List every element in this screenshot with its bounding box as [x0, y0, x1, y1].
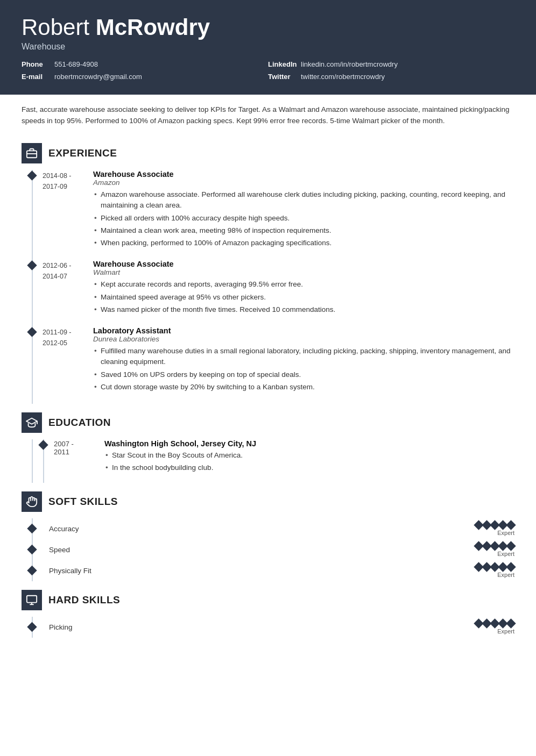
edu-details: Washington High School, Jersey City, NJ …	[98, 439, 514, 475]
phone-row: Phone 551-689-4908	[22, 60, 268, 68]
skill-name: Accuracy	[33, 525, 475, 533]
soft-skills-header: SOFT SKILLS	[22, 491, 514, 512]
hard-skills-section: HARD SKILLS Picking Expert	[22, 590, 514, 638]
summary-section: Fast, accurate warehouse associate seeki…	[0, 95, 536, 134]
hard-skills-icon	[22, 590, 42, 610]
hard-skills-list: Picking Expert	[22, 617, 514, 638]
phone-label: Phone	[22, 60, 51, 68]
bullet: Saved 10% on UPS orders by keeping on to…	[93, 369, 514, 380]
svg-rect-3	[27, 595, 37, 602]
diamond-icon	[506, 562, 516, 572]
last-name: McRowdry	[96, 15, 210, 40]
bullet: Cut down storage waste by 20% by switchi…	[93, 382, 514, 393]
summary-text: Fast, accurate warehouse associate seeki…	[22, 104, 514, 127]
edu-date-range: 2007 - 2011	[44, 439, 98, 475]
job-details: Laboratory Assistant Dunrea Laboratories…	[87, 326, 514, 394]
skill-rating: Expert	[475, 620, 514, 634]
education-timeline: 2007 - 2011 Washington High School, Jers…	[32, 439, 514, 483]
skill-level: Expert	[497, 628, 514, 634]
experience-header: EXPERIENCE	[22, 143, 514, 163]
skill-level: Expert	[497, 551, 514, 557]
soft-skills-title: SOFT SKILLS	[48, 496, 118, 508]
bullet: When packing, performed to 100% of Amazo…	[93, 238, 514, 248]
skill-rating: Expert	[475, 543, 514, 557]
main-content: EXPERIENCE 2014-08 - 2017-09 Warehouse A…	[0, 143, 536, 638]
candidate-name: Robert McRowdry	[22, 15, 514, 40]
job-company: Amazon	[93, 179, 514, 187]
twitter-row: Twitter twitter.com/robertmcrowdry	[268, 73, 514, 81]
diamond-icon	[506, 520, 516, 530]
education-header: EDUCATION	[22, 412, 514, 433]
job-title: Warehouse Associate	[93, 170, 514, 179]
hard-skills-title: HARD SKILLS	[48, 594, 120, 606]
contact-info: Phone 551-689-4908 LinkedIn linkedin.com…	[22, 60, 514, 83]
candidate-subtitle: Warehouse	[22, 42, 514, 52]
education-icon	[22, 412, 42, 433]
job-company: Dunrea Laboratories	[93, 335, 514, 343]
bullet: In the school bodybuilding club.	[104, 462, 514, 473]
linkedin-row: LinkedIn linkedin.com/in/robertmcrowdry	[268, 60, 514, 68]
phone-value: 551-689-4908	[54, 60, 98, 68]
email-row: E-mail robertmcrowdry@gmail.com	[22, 73, 268, 81]
diamonds	[475, 522, 514, 529]
skill-name: Physically Fit	[33, 567, 475, 575]
job-title: Laboratory Assistant	[93, 326, 514, 335]
date-range: 2012-06 - 2014-07	[33, 260, 87, 317]
job-bullets: Amazon warehouse associate. Performed al…	[93, 189, 514, 248]
skill-level: Expert	[497, 572, 514, 578]
skill-item: Speed Expert	[32, 539, 514, 560]
job-company: Walmart	[93, 268, 514, 276]
soft-skills-section: SOFT SKILLS Accuracy Expert Speed Expert…	[22, 491, 514, 581]
skill-item: Picking Expert	[32, 617, 514, 638]
education-title: EDUCATION	[48, 417, 111, 429]
bullet: Picked all orders with 100% accuracy des…	[93, 213, 514, 224]
diamond-icon	[506, 618, 516, 628]
job-title: Warehouse Associate	[93, 260, 514, 268]
linkedin-label: LinkedIn	[268, 60, 298, 68]
diamonds	[475, 564, 514, 570]
monitor-icon	[26, 594, 38, 606]
job-details: Warehouse Associate Amazon Amazon wareho…	[87, 170, 514, 250]
hand-icon	[26, 496, 38, 508]
diamonds	[475, 543, 514, 550]
job-details: Warehouse Associate Walmart Kept accurat…	[87, 260, 514, 317]
experience-item: 2014-08 - 2017-09 Warehouse Associate Am…	[33, 170, 514, 260]
diamonds	[475, 620, 514, 627]
experience-item: 2012-06 - 2014-07 Warehouse Associate Wa…	[33, 260, 514, 326]
education-item: 2007 - 2011 Washington High School, Jers…	[43, 439, 514, 483]
bullet: Maintained a clean work area, meeting 98…	[93, 225, 514, 236]
experience-icon	[22, 143, 42, 163]
diamond-icon	[506, 541, 516, 551]
job-bullets: Kept accurate records and reports, avera…	[93, 279, 514, 315]
date-range: 2011-09 - 2012-05	[33, 326, 87, 394]
linkedin-value: linkedin.com/in/robertmcrowdry	[301, 60, 398, 68]
experience-timeline: 2014-08 - 2017-09 Warehouse Associate Am…	[32, 170, 514, 404]
bullet: Fulfilled many warehouse duties in a sma…	[93, 346, 514, 368]
school-name: Washington High School, Jersey City, NJ	[104, 439, 514, 448]
email-value: robertmcrowdry@gmail.com	[54, 73, 142, 81]
experience-title: EXPERIENCE	[48, 147, 117, 159]
bullet: Maintained speed average at 95% vs other…	[93, 292, 514, 303]
skill-rating: Expert	[475, 522, 514, 536]
skill-level: Expert	[497, 530, 514, 536]
email-label: E-mail	[22, 73, 51, 81]
skill-name: Picking	[33, 623, 475, 631]
briefcase-icon	[26, 147, 38, 159]
twitter-value: twitter.com/robertmcrowdry	[301, 73, 385, 81]
resume-header: Robert McRowdry Warehouse Phone 551-689-…	[0, 0, 536, 95]
experience-item: 2011-09 - 2012-05 Laboratory Assistant D…	[33, 326, 514, 404]
job-bullets: Fulfilled many warehouse duties in a sma…	[93, 346, 514, 393]
graduation-icon	[26, 417, 38, 429]
twitter-label: Twitter	[268, 73, 298, 81]
edu-bullets: Star Scout in the Boy Scouts of America.…	[104, 450, 514, 474]
experience-section: EXPERIENCE 2014-08 - 2017-09 Warehouse A…	[22, 143, 514, 404]
hard-skills-header: HARD SKILLS	[22, 590, 514, 610]
date-range: 2014-08 - 2017-09	[33, 170, 87, 250]
soft-skills-icon	[22, 491, 42, 512]
first-name: Robert	[22, 15, 89, 40]
skill-rating: Expert	[475, 564, 514, 578]
education-section: EDUCATION 2007 - 2011 Washington High Sc…	[22, 412, 514, 483]
soft-skills-list: Accuracy Expert Speed Expert Physically …	[22, 518, 514, 581]
bullet: Amazon warehouse associate. Performed al…	[93, 189, 514, 211]
skill-name: Speed	[33, 546, 475, 554]
